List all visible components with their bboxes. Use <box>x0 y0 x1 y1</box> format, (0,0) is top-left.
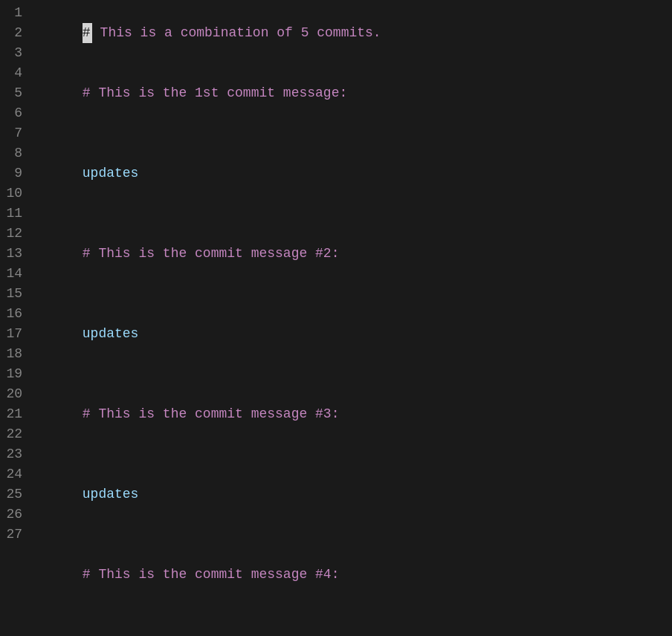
line-num-26: 26 <box>6 504 22 525</box>
line-num-17: 17 <box>6 324 22 344</box>
line-num-16: 16 <box>6 304 22 324</box>
line-numbers: 1 2 3 4 5 6 7 8 9 10 11 12 13 14 15 16 1… <box>0 0 28 636</box>
code-line-3 <box>34 123 672 143</box>
code-line-16: updates <box>34 625 672 636</box>
line-num-20: 20 <box>6 384 22 404</box>
line-num-15: 15 <box>6 284 22 304</box>
line-num-1: 1 <box>6 3 22 23</box>
code-line-7 <box>34 284 672 304</box>
line-6-text: # This is the commit message #2: <box>83 246 340 261</box>
line-num-14: 14 <box>6 264 22 284</box>
code-line-1: # This is a combination of 5 commits. <box>34 3 672 63</box>
code-line-10: # This is the commit message #3: <box>34 384 672 444</box>
cursor: # <box>83 23 92 43</box>
code-line-5 <box>34 204 672 224</box>
line-2-text: # This is the 1st commit message: <box>83 85 347 100</box>
line-10-text: # This is the commit message #3: <box>83 406 340 421</box>
line-num-19: 19 <box>6 364 22 384</box>
code-line-15 <box>34 605 672 625</box>
code-line-4: updates <box>34 143 672 204</box>
line-num-2: 2 <box>6 23 22 43</box>
code-line-6: # This is the commit message #2: <box>34 224 672 284</box>
line-num-21: 21 <box>6 404 22 424</box>
line-num-11: 11 <box>6 204 22 224</box>
line-num-12: 12 <box>6 224 22 244</box>
line-num-5: 5 <box>6 83 22 103</box>
line-num-6: 6 <box>6 103 22 123</box>
code-line-11 <box>34 444 672 464</box>
code-editor: 1 2 3 4 5 6 7 8 9 10 11 12 13 14 15 16 1… <box>0 0 672 636</box>
code-line-9 <box>34 364 672 384</box>
line-num-27: 27 <box>6 525 22 545</box>
line-num-24: 24 <box>6 464 22 484</box>
line-12-text: updates <box>83 487 139 502</box>
line-num-9: 9 <box>6 163 22 184</box>
line-1-text: This is a combination of 5 commits. <box>92 25 381 40</box>
line-num-3: 3 <box>6 43 22 63</box>
code-line-14: # This is the commit message #4: <box>34 545 672 605</box>
code-line-8: updates <box>34 304 672 364</box>
code-content[interactable]: # This is a combination of 5 commits. # … <box>28 0 672 636</box>
line-4-text: updates <box>83 166 139 181</box>
code-line-2: # This is the 1st commit message: <box>34 63 672 123</box>
line-num-7: 7 <box>6 123 22 143</box>
line-num-10: 10 <box>6 184 22 204</box>
line-num-13: 13 <box>6 244 22 264</box>
code-line-13 <box>34 525 672 545</box>
line-8-text: updates <box>83 326 139 341</box>
line-14-text: # This is the commit message #4: <box>83 567 340 582</box>
line-num-22: 22 <box>6 424 22 444</box>
line-num-18: 18 <box>6 344 22 364</box>
line-num-23: 23 <box>6 444 22 464</box>
line-num-25: 25 <box>6 484 22 504</box>
code-line-12: updates <box>34 464 672 525</box>
line-num-8: 8 <box>6 143 22 163</box>
line-num-4: 4 <box>6 63 22 83</box>
